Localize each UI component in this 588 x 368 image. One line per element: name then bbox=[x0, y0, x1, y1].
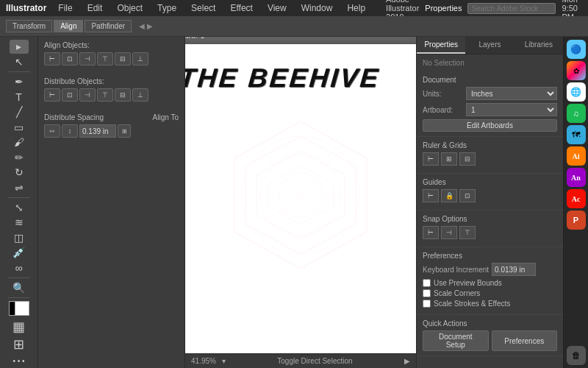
tool-slice[interactable]: ⊞ bbox=[10, 336, 29, 353]
dock-illustrator[interactable]: Ai bbox=[567, 146, 586, 166]
tool-rect[interactable]: ▭ bbox=[10, 120, 29, 134]
dist-h-spacing[interactable]: ⇿ bbox=[44, 124, 60, 138]
dist-spacing-input[interactable] bbox=[79, 124, 116, 138]
tool-rotate[interactable]: ↻ bbox=[10, 166, 29, 180]
tab-align[interactable]: Align bbox=[54, 20, 83, 32]
keyboard-increment-input[interactable] bbox=[492, 263, 536, 276]
prop-tab-properties[interactable]: Properties bbox=[417, 37, 465, 54]
tool-mirror[interactable]: ⇌ bbox=[10, 180, 29, 194]
distribute-objects-label: Distribute Objects: bbox=[44, 77, 179, 85]
menu-effect[interactable]: Effect bbox=[227, 1, 255, 15]
tool-blend[interactable]: ∞ bbox=[10, 261, 29, 275]
tool-more[interactable]: • • • bbox=[12, 357, 24, 365]
menu-help[interactable]: Help bbox=[344, 1, 368, 15]
snap-icons-row: ⊢ ⊣ ⊤ bbox=[423, 226, 557, 239]
align-center-v[interactable]: ⊟ bbox=[115, 52, 131, 66]
tool-eyedropper[interactable]: 💉 bbox=[10, 246, 29, 260]
dist-center-v[interactable]: ⊟ bbox=[115, 88, 131, 102]
dist-top[interactable]: ⊤ bbox=[97, 88, 113, 102]
guides-section: Guides ⊢ 🔒 ⊡ bbox=[417, 174, 563, 210]
scale-corners-checkbox[interactable] bbox=[423, 289, 431, 297]
tool-gradient[interactable]: ◫ bbox=[10, 231, 29, 245]
dist-bottom[interactable]: ⊥ bbox=[132, 88, 148, 102]
grid-perspective-btn[interactable]: ⊟ bbox=[459, 152, 476, 166]
prop-tab-layers[interactable]: Layers bbox=[465, 37, 514, 54]
make-guides-btn[interactable]: ⊡ bbox=[459, 189, 476, 202]
dock-spotify[interactable]: ♫ bbox=[567, 104, 586, 123]
dock-animate[interactable]: An bbox=[567, 168, 586, 187]
document-setup-btn[interactable]: Document Setup bbox=[423, 330, 489, 351]
tab-pathfinder[interactable]: Pathfinder bbox=[85, 20, 132, 32]
artboard-info-btn[interactable]: ▾ bbox=[222, 357, 226, 365]
dock-maps[interactable]: 🗺 bbox=[567, 125, 586, 144]
tool-warp[interactable]: ≋ bbox=[10, 216, 29, 230]
menu-select[interactable]: Select bbox=[188, 1, 218, 15]
dist-right[interactable]: ⊣ bbox=[79, 88, 96, 102]
tool-sep-2 bbox=[8, 197, 30, 198]
tool-type[interactable]: T bbox=[10, 90, 29, 104]
search-stock-input[interactable] bbox=[467, 3, 556, 14]
align-right[interactable]: ⊣ bbox=[79, 52, 96, 66]
tool-pencil[interactable]: ✏ bbox=[10, 150, 29, 164]
units-label: Units: bbox=[423, 90, 463, 98]
artboard-select[interactable]: 1 2 bbox=[466, 103, 557, 116]
tool-direct-select[interactable]: ↖ bbox=[10, 55, 29, 69]
dock: 🔵 ✿ 🌐 ♫ 🗺 Ai An Ac P 🗑 bbox=[563, 37, 588, 368]
scale-strokes-checkbox[interactable] bbox=[423, 300, 431, 308]
tool-zoom[interactable]: 🔍 bbox=[10, 281, 29, 295]
essentials-label[interactable]: Properties bbox=[425, 4, 462, 13]
arrow-btn[interactable]: ▶ bbox=[404, 357, 410, 365]
align-left[interactable]: ⊢ bbox=[44, 52, 60, 66]
dist-center-h[interactable]: ⊡ bbox=[62, 88, 78, 102]
align-center-h[interactable]: ⊡ bbox=[62, 52, 78, 66]
snap-point-btn[interactable]: ⊣ bbox=[441, 226, 457, 239]
ruler-btn[interactable]: ⊢ bbox=[423, 152, 439, 166]
lock-guides-btn[interactable]: 🔒 bbox=[441, 189, 457, 202]
document-section-title: Document bbox=[423, 76, 557, 84]
tool-paintbrush[interactable]: 🖌 bbox=[10, 135, 29, 149]
tool-artboard-icon[interactable]: ▦ bbox=[10, 319, 29, 335]
preferences-quick-btn[interactable]: Preferences bbox=[492, 330, 558, 351]
dist-left[interactable]: ⊢ bbox=[44, 88, 60, 102]
units-select[interactable]: Inches Pixels Centimeters bbox=[466, 87, 557, 100]
dock-finder[interactable]: 🔵 bbox=[567, 40, 586, 59]
dock-chrome[interactable]: 🌐 bbox=[567, 82, 586, 102]
prop-tab-libraries[interactable]: Libraries bbox=[514, 37, 563, 54]
tool-scale[interactable]: ⤡ bbox=[10, 201, 29, 215]
align-to-selection[interactable]: ⊞ bbox=[118, 124, 131, 138]
tool-line[interactable]: ╱ bbox=[10, 105, 29, 119]
scale-strokes-label: Scale Strokes & Effects bbox=[434, 300, 510, 308]
dock-powerpoint[interactable]: P bbox=[567, 210, 586, 230]
show-guides-btn[interactable]: ⊢ bbox=[423, 189, 439, 202]
menu-edit[interactable]: Edit bbox=[85, 1, 106, 15]
background-color[interactable] bbox=[15, 301, 29, 316]
preview-bounds-checkbox[interactable] bbox=[423, 279, 431, 287]
tool-select[interactable]: ▸ bbox=[10, 40, 29, 54]
snap-grid-btn[interactable]: ⊢ bbox=[423, 226, 439, 239]
direct-selection-toggle[interactable]: Toggle Direct Selection bbox=[232, 357, 398, 365]
app-name[interactable]: Illustrator bbox=[6, 3, 46, 13]
panel-collapse[interactable]: ◀ ▶ bbox=[139, 22, 153, 30]
dock-trash[interactable]: 🗑 bbox=[567, 346, 586, 365]
quick-actions-section: Quick Actions Document Setup Preferences bbox=[417, 315, 563, 356]
tool-pen[interactable]: ✒ bbox=[10, 75, 29, 89]
color-selector[interactable] bbox=[9, 301, 29, 316]
artboard[interactable]: THE BEEHIVE bbox=[185, 44, 416, 361]
keyboard-increment-row: Keyboard Increment bbox=[423, 263, 557, 276]
dock-acrobat[interactable]: Ac bbox=[567, 189, 586, 208]
canvas-area[interactable]: Artboard: 1 bbox=[185, 37, 416, 368]
edit-artboards-btn[interactable]: Edit Artboards bbox=[423, 119, 557, 132]
guides-label: Guides bbox=[423, 178, 557, 186]
align-bottom[interactable]: ⊥ bbox=[132, 52, 148, 66]
dock-photos[interactable]: ✿ bbox=[567, 61, 586, 80]
menu-window[interactable]: Window bbox=[298, 1, 336, 15]
tab-transform[interactable]: Transform bbox=[6, 20, 52, 32]
menu-type[interactable]: Type bbox=[154, 1, 179, 15]
grid-btn[interactable]: ⊞ bbox=[441, 152, 457, 166]
menu-view[interactable]: View bbox=[265, 1, 290, 15]
align-top[interactable]: ⊤ bbox=[97, 52, 113, 66]
menu-object[interactable]: Object bbox=[114, 1, 146, 15]
snap-pixel-btn[interactable]: ⊤ bbox=[459, 226, 476, 239]
menu-file[interactable]: File bbox=[55, 1, 75, 15]
dist-v-spacing[interactable]: ↕ bbox=[62, 124, 78, 138]
